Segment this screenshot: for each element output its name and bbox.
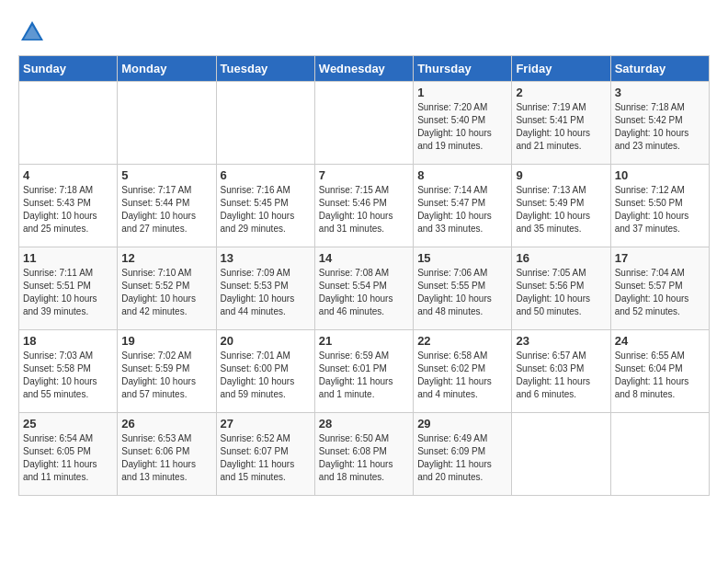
day-number: 3	[615, 86, 705, 99]
day-details: Sunrise: 6:52 AMSunset: 6:07 PMDaylight:…	[221, 432, 311, 484]
day-details: Sunrise: 6:58 AMSunset: 6:02 PMDaylight:…	[417, 350, 507, 401]
day-details: Sunrise: 6:50 AMSunset: 6:08 PMDaylight:…	[319, 432, 409, 484]
day-details: Sunrise: 6:53 AMSunset: 6:06 PMDaylight:…	[121, 432, 211, 484]
day-number: 20	[221, 334, 311, 348]
day-details: Sunrise: 7:09 AMSunset: 5:53 PMDaylight:…	[221, 267, 311, 318]
day-details: Sunrise: 7:14 AMSunset: 5:47 PMDaylight:…	[417, 184, 507, 236]
header-saturday: Saturday	[610, 56, 709, 82]
day-details: Sunrise: 7:10 AMSunset: 5:52 PMDaylight:…	[121, 267, 211, 318]
calendar-cell: 24Sunrise: 6:55 AMSunset: 6:04 PMDayligh…	[610, 330, 709, 413]
day-number: 18	[23, 334, 113, 348]
day-details: Sunrise: 6:59 AMSunset: 6:01 PMDaylight:…	[319, 350, 409, 401]
day-details: Sunrise: 6:49 AMSunset: 6:09 PMDaylight:…	[417, 432, 507, 484]
calendar-cell: 3Sunrise: 7:18 AMSunset: 5:42 PMDaylight…	[610, 82, 709, 165]
day-number: 24	[615, 334, 705, 348]
calendar-cell: 1Sunrise: 7:20 AMSunset: 5:40 PMDaylight…	[414, 82, 512, 165]
calendar-cell	[512, 413, 610, 496]
calendar-cell: 5Sunrise: 7:17 AMSunset: 5:44 PMDaylight…	[118, 165, 216, 247]
day-details: Sunrise: 7:03 AMSunset: 5:58 PMDaylight:…	[23, 350, 113, 401]
day-details: Sunrise: 7:16 AMSunset: 5:45 PMDaylight:…	[221, 184, 311, 236]
day-number: 1	[417, 86, 507, 99]
day-details: Sunrise: 7:01 AMSunset: 6:00 PMDaylight:…	[221, 350, 311, 401]
calendar-cell: 18Sunrise: 7:03 AMSunset: 5:58 PMDayligh…	[19, 330, 118, 413]
calendar-cell: 2Sunrise: 7:19 AMSunset: 5:41 PMDaylight…	[512, 82, 610, 165]
day-number: 14	[319, 251, 409, 265]
header-tuesday: Tuesday	[216, 56, 314, 82]
calendar-cell: 28Sunrise: 6:50 AMSunset: 6:08 PMDayligh…	[314, 413, 413, 496]
header-wednesday: Wednesday	[314, 56, 413, 82]
logo	[18, 18, 50, 46]
calendar-cell: 21Sunrise: 6:59 AMSunset: 6:01 PMDayligh…	[314, 330, 413, 413]
calendar-cell: 12Sunrise: 7:10 AMSunset: 5:52 PMDayligh…	[118, 247, 216, 330]
calendar-cell	[314, 82, 413, 165]
calendar-table: SundayMondayTuesdayWednesdayThursdayFrid…	[18, 55, 710, 496]
header-friday: Friday	[512, 56, 610, 82]
day-details: Sunrise: 6:57 AMSunset: 6:03 PMDaylight:…	[516, 350, 606, 401]
day-number: 6	[221, 168, 311, 182]
day-number: 9	[516, 168, 606, 182]
calendar-cell: 22Sunrise: 6:58 AMSunset: 6:02 PMDayligh…	[414, 330, 512, 413]
day-number: 16	[516, 251, 606, 265]
day-number: 11	[23, 251, 113, 265]
day-number: 10	[615, 168, 705, 182]
day-number: 29	[417, 417, 507, 431]
day-details: Sunrise: 7:20 AMSunset: 5:40 PMDaylight:…	[417, 101, 507, 153]
calendar-cell: 23Sunrise: 6:57 AMSunset: 6:03 PMDayligh…	[512, 330, 610, 413]
calendar-cell: 29Sunrise: 6:49 AMSunset: 6:09 PMDayligh…	[414, 413, 512, 496]
calendar-cell: 25Sunrise: 6:54 AMSunset: 6:05 PMDayligh…	[19, 413, 118, 496]
calendar-cell: 10Sunrise: 7:12 AMSunset: 5:50 PMDayligh…	[610, 165, 709, 247]
calendar-cell: 20Sunrise: 7:01 AMSunset: 6:00 PMDayligh…	[216, 330, 314, 413]
day-details: Sunrise: 7:12 AMSunset: 5:50 PMDaylight:…	[615, 184, 705, 236]
day-details: Sunrise: 7:08 AMSunset: 5:54 PMDaylight:…	[319, 267, 409, 318]
calendar-cell: 9Sunrise: 7:13 AMSunset: 5:49 PMDaylight…	[512, 165, 610, 247]
day-number: 19	[121, 334, 211, 348]
header-monday: Monday	[118, 56, 216, 82]
calendar-cell: 17Sunrise: 7:04 AMSunset: 5:57 PMDayligh…	[610, 247, 709, 330]
day-details: Sunrise: 7:06 AMSunset: 5:55 PMDaylight:…	[417, 267, 507, 318]
day-number: 22	[417, 334, 507, 348]
calendar-cell	[610, 413, 709, 496]
calendar-cell: 15Sunrise: 7:06 AMSunset: 5:55 PMDayligh…	[414, 247, 512, 330]
day-number: 23	[516, 334, 606, 348]
day-number: 26	[121, 417, 211, 431]
day-number: 13	[221, 251, 311, 265]
day-details: Sunrise: 7:02 AMSunset: 5:59 PMDaylight:…	[121, 350, 211, 401]
day-number: 17	[615, 251, 705, 265]
calendar-cell: 26Sunrise: 6:53 AMSunset: 6:06 PMDayligh…	[118, 413, 216, 496]
calendar-week-3: 11Sunrise: 7:11 AMSunset: 5:51 PMDayligh…	[19, 247, 710, 330]
header-thursday: Thursday	[414, 56, 512, 82]
calendar-week-2: 4Sunrise: 7:18 AMSunset: 5:43 PMDaylight…	[19, 165, 710, 247]
day-number: 21	[319, 334, 409, 348]
logo-icon	[18, 18, 46, 46]
calendar-cell	[216, 82, 314, 165]
calendar-week-5: 25Sunrise: 6:54 AMSunset: 6:05 PMDayligh…	[19, 413, 710, 496]
calendar-cell	[19, 82, 118, 165]
page-header	[18, 18, 710, 46]
header-sunday: Sunday	[19, 56, 118, 82]
day-details: Sunrise: 7:18 AMSunset: 5:42 PMDaylight:…	[615, 101, 705, 153]
calendar-cell: 8Sunrise: 7:14 AMSunset: 5:47 PMDaylight…	[414, 165, 512, 247]
day-details: Sunrise: 7:04 AMSunset: 5:57 PMDaylight:…	[615, 267, 705, 318]
day-number: 25	[23, 417, 113, 431]
day-number: 7	[319, 168, 409, 182]
day-number: 15	[417, 251, 507, 265]
calendar-week-4: 18Sunrise: 7:03 AMSunset: 5:58 PMDayligh…	[19, 330, 710, 413]
calendar-cell: 7Sunrise: 7:15 AMSunset: 5:46 PMDaylight…	[314, 165, 413, 247]
calendar-cell: 19Sunrise: 7:02 AMSunset: 5:59 PMDayligh…	[118, 330, 216, 413]
day-number: 8	[417, 168, 507, 182]
day-details: Sunrise: 7:17 AMSunset: 5:44 PMDaylight:…	[121, 184, 211, 236]
day-details: Sunrise: 6:55 AMSunset: 6:04 PMDaylight:…	[615, 350, 705, 401]
calendar-cell: 27Sunrise: 6:52 AMSunset: 6:07 PMDayligh…	[216, 413, 314, 496]
day-details: Sunrise: 7:19 AMSunset: 5:41 PMDaylight:…	[516, 101, 606, 153]
day-number: 28	[319, 417, 409, 431]
day-details: Sunrise: 7:11 AMSunset: 5:51 PMDaylight:…	[23, 267, 113, 318]
day-details: Sunrise: 7:15 AMSunset: 5:46 PMDaylight:…	[319, 184, 409, 236]
day-details: Sunrise: 6:54 AMSunset: 6:05 PMDaylight:…	[23, 432, 113, 484]
calendar-cell: 11Sunrise: 7:11 AMSunset: 5:51 PMDayligh…	[19, 247, 118, 330]
day-number: 12	[121, 251, 211, 265]
day-details: Sunrise: 7:13 AMSunset: 5:49 PMDaylight:…	[516, 184, 606, 236]
calendar-week-1: 1Sunrise: 7:20 AMSunset: 5:40 PMDaylight…	[19, 82, 710, 165]
calendar-cell: 6Sunrise: 7:16 AMSunset: 5:45 PMDaylight…	[216, 165, 314, 247]
day-number: 4	[23, 168, 113, 182]
day-details: Sunrise: 7:05 AMSunset: 5:56 PMDaylight:…	[516, 267, 606, 318]
